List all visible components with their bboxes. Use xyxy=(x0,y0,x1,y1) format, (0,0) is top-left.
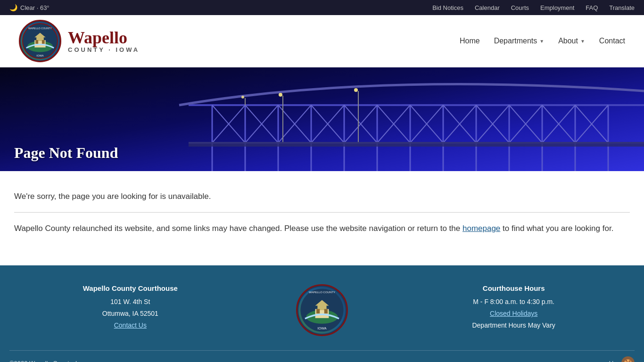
hero-section: Page Not Found xyxy=(0,67,644,171)
svg-rect-55 xyxy=(189,142,644,147)
svg-rect-61 xyxy=(316,309,320,314)
cookie-icon: 🍪 xyxy=(621,356,635,362)
weather-info: 🌙 Clear · 63° xyxy=(9,4,50,11)
sorry-message: We're sorry, the page you are looking fo… xyxy=(14,190,630,203)
weather-text: Clear · 63° xyxy=(20,4,50,11)
body-text-pre: Wapello County relaunched its website, a… xyxy=(14,224,462,233)
homepage-link[interactable]: homepage xyxy=(462,224,500,233)
powered-by: powered by 🍪 xyxy=(587,356,635,362)
svg-point-50 xyxy=(279,93,282,97)
svg-text:IOWA: IOWA xyxy=(318,326,327,330)
top-bar: 🌙 Clear · 63° Bid Notices Calendar Court… xyxy=(0,0,644,15)
footer-logo-col: IOWA WAPELLO COUNTY xyxy=(231,284,413,336)
address-line2: Ottumwa, IA 52501 xyxy=(39,308,222,320)
footer-address-col: Wapello County Courthouse 101 W. 4th St … xyxy=(39,284,222,332)
nav-about[interactable]: About ▼ xyxy=(558,37,585,45)
footer-hours-col: Courthouse Hours M - F 8:00 a.m. to 4:30… xyxy=(422,284,605,332)
svg-rect-5 xyxy=(35,40,38,44)
divider xyxy=(14,212,630,213)
hero-title: Page Not Found xyxy=(14,144,118,162)
svg-point-54 xyxy=(241,96,244,99)
svg-text:WAPELLO COUNTY: WAPELLO COUNTY xyxy=(309,291,335,294)
nav-departments[interactable]: Departments ▼ xyxy=(494,37,545,45)
departments-chevron-icon: ▼ xyxy=(539,39,544,44)
bid-notices-link[interactable]: Bid Notices xyxy=(432,4,463,11)
copyright: ©2022 Wapello County, Iowa xyxy=(9,360,88,362)
logo-area: IOWA WAPELLO COUNTY Wapello COUNTY · IOW… xyxy=(19,20,140,62)
address-title: Wapello County Courthouse xyxy=(39,284,222,292)
org-sub: COUNTY · IOWA xyxy=(68,46,140,53)
svg-rect-6 xyxy=(42,40,45,44)
address-line1: 101 W. 4th St xyxy=(39,296,222,308)
main-nav: Home Departments ▼ About ▼ Contact xyxy=(460,37,625,45)
logo-text: Wapello COUNTY · IOWA xyxy=(68,29,140,53)
site-footer: Wapello County Courthouse 101 W. 4th St … xyxy=(0,265,644,362)
body-text-post: to find what you are looking for. xyxy=(500,224,613,233)
hours-title: Courthouse Hours xyxy=(422,284,605,292)
footer-logo-inner: IOWA WAPELLO COUNTY xyxy=(298,287,346,334)
footer-bottom: ©2022 Wapello County, Iowa powered by 🍪 xyxy=(9,350,635,362)
footer-logo: IOWA WAPELLO COUNTY xyxy=(296,284,348,336)
body-message: Wapello County relaunched its website, a… xyxy=(14,222,630,235)
moon-icon: 🌙 xyxy=(9,4,17,11)
powered-by-text: powered by xyxy=(587,360,619,362)
calendar-link[interactable]: Calendar xyxy=(475,4,500,11)
org-name: Wapello xyxy=(68,29,140,46)
closed-holidays-link[interactable]: Closed Holidays xyxy=(490,310,537,317)
svg-text:WAPELLO COUNTY: WAPELLO COUNTY xyxy=(28,27,52,30)
contact-us-link[interactable]: Contact Us xyxy=(114,321,147,329)
logo-circle: IOWA WAPELLO COUNTY xyxy=(19,20,61,62)
site-header: IOWA WAPELLO COUNTY Wapello COUNTY · IOW… xyxy=(0,15,644,67)
translate-link[interactable]: Translate xyxy=(609,4,635,11)
svg-rect-62 xyxy=(324,309,328,314)
svg-text:IOWA: IOWA xyxy=(36,54,43,57)
hours-line1: M - F 8:00 a.m. to 4:30 p.m. xyxy=(422,296,605,308)
employment-link[interactable]: Employment xyxy=(540,4,574,11)
dept-hours: Department Hours May Vary xyxy=(422,320,605,331)
main-content: We're sorry, the page you are looking fo… xyxy=(0,171,644,265)
logo-inner: IOWA WAPELLO COUNTY xyxy=(21,22,59,60)
footer-grid: Wapello County Courthouse 101 W. 4th St … xyxy=(39,284,605,350)
faq-link[interactable]: FAQ xyxy=(586,4,598,11)
nav-home[interactable]: Home xyxy=(460,37,480,45)
top-nav: Bid Notices Calendar Courts Employment F… xyxy=(432,4,635,11)
svg-point-52 xyxy=(354,88,358,92)
nav-contact[interactable]: Contact xyxy=(599,37,625,45)
about-chevron-icon: ▼ xyxy=(580,39,585,44)
courts-link[interactable]: Courts xyxy=(511,4,529,11)
